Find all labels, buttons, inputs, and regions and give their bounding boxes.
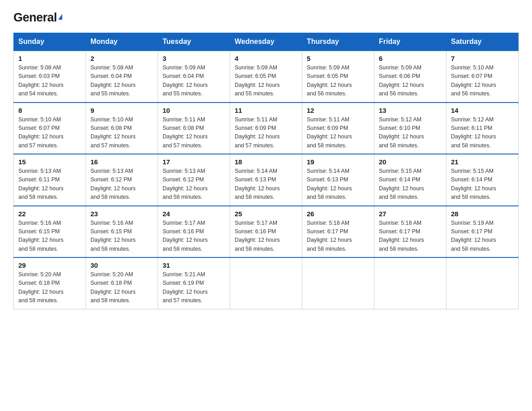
column-header-saturday: Saturday [446,33,519,51]
calendar-cell: 21 Sunrise: 5:15 AMSunset: 6:14 PMDaylig… [446,154,519,206]
column-header-sunday: Sunday [14,33,86,51]
calendar-cell: 27 Sunrise: 5:18 AMSunset: 6:17 PMDaylig… [374,206,446,258]
calendar-cell: 22 Sunrise: 5:16 AMSunset: 6:15 PMDaylig… [14,206,86,258]
calendar-cell: 2 Sunrise: 5:08 AMSunset: 6:04 PMDayligh… [86,51,158,103]
day-number: 4 [235,55,297,62]
calendar-cell: 26 Sunrise: 5:18 AMSunset: 6:17 PMDaylig… [302,206,374,258]
day-number: 22 [18,210,81,218]
day-info: Sunrise: 5:14 AMSunset: 6:13 PMDaylight:… [307,168,352,200]
day-number: 23 [90,210,153,218]
calendar-cell: 4 Sunrise: 5:09 AMSunset: 6:05 PMDayligh… [230,51,302,103]
calendar-cell: 12 Sunrise: 5:11 AMSunset: 6:09 PMDaylig… [302,103,374,154]
calendar-cell [446,257,519,309]
day-number: 14 [451,107,514,114]
day-number: 18 [235,158,297,166]
day-info: Sunrise: 5:10 AMSunset: 6:07 PMDaylight:… [18,116,64,149]
day-info: Sunrise: 5:12 AMSunset: 6:11 PMDaylight:… [451,116,496,149]
calendar-cell: 16 Sunrise: 5:13 AMSunset: 6:12 PMDaylig… [86,154,158,206]
calendar-cell [230,257,302,309]
day-number: 16 [90,158,153,166]
calendar-cell: 5 Sunrise: 5:09 AMSunset: 6:05 PMDayligh… [302,51,374,103]
day-number: 19 [307,158,369,166]
calendar-cell: 25 Sunrise: 5:17 AMSunset: 6:16 PMDaylig… [230,206,302,258]
day-info: Sunrise: 5:11 AMSunset: 6:08 PMDaylight:… [163,116,208,149]
column-header-friday: Friday [374,33,446,51]
calendar-cell: 29 Sunrise: 5:20 AMSunset: 6:18 PMDaylig… [14,257,86,309]
day-info: Sunrise: 5:20 AMSunset: 6:18 PMDaylight:… [18,271,64,304]
day-number: 2 [90,55,153,62]
calendar-cell: 17 Sunrise: 5:13 AMSunset: 6:12 PMDaylig… [158,154,230,206]
calendar-cell: 13 Sunrise: 5:12 AMSunset: 6:10 PMDaylig… [374,103,446,154]
day-info: Sunrise: 5:08 AMSunset: 6:04 PMDaylight:… [90,64,136,97]
column-header-tuesday: Tuesday [158,33,230,51]
calendar-cell: 18 Sunrise: 5:14 AMSunset: 6:13 PMDaylig… [230,154,302,206]
column-header-wednesday: Wednesday [230,33,302,51]
day-info: Sunrise: 5:20 AMSunset: 6:18 PMDaylight:… [90,271,136,304]
calendar-table: SundayMondayTuesdayWednesdayThursdayFrid… [13,33,519,309]
day-number: 25 [235,210,297,218]
day-info: Sunrise: 5:16 AMSunset: 6:15 PMDaylight:… [90,220,136,252]
day-info: Sunrise: 5:11 AMSunset: 6:09 PMDaylight:… [235,116,280,149]
day-number: 7 [451,55,514,62]
calendar-cell: 28 Sunrise: 5:19 AMSunset: 6:17 PMDaylig… [446,206,519,258]
logo-general-text: General [13,11,62,25]
calendar-cell: 19 Sunrise: 5:14 AMSunset: 6:13 PMDaylig… [302,154,374,206]
day-info: Sunrise: 5:16 AMSunset: 6:15 PMDaylight:… [18,220,64,252]
day-number: 30 [90,261,153,269]
calendar-cell: 11 Sunrise: 5:11 AMSunset: 6:09 PMDaylig… [230,103,302,154]
day-info: Sunrise: 5:11 AMSunset: 6:09 PMDaylight:… [307,116,352,149]
day-info: Sunrise: 5:09 AMSunset: 6:06 PMDaylight:… [379,64,424,97]
calendar-cell [374,257,446,309]
day-info: Sunrise: 5:18 AMSunset: 6:17 PMDaylight:… [379,220,424,252]
day-number: 5 [307,55,369,62]
logo: General [13,11,62,25]
day-number: 17 [163,158,225,166]
day-info: Sunrise: 5:19 AMSunset: 6:17 PMDaylight:… [451,220,496,252]
calendar-cell: 14 Sunrise: 5:12 AMSunset: 6:11 PMDaylig… [446,103,519,154]
day-info: Sunrise: 5:21 AMSunset: 6:19 PMDaylight:… [163,271,208,304]
calendar-cell: 15 Sunrise: 5:13 AMSunset: 6:11 PMDaylig… [14,154,86,206]
day-number: 21 [451,158,514,166]
day-number: 24 [163,210,225,218]
day-info: Sunrise: 5:14 AMSunset: 6:13 PMDaylight:… [235,168,280,200]
day-info: Sunrise: 5:15 AMSunset: 6:14 PMDaylight:… [451,168,496,200]
calendar-cell: 20 Sunrise: 5:15 AMSunset: 6:14 PMDaylig… [374,154,446,206]
logo-triangle-icon [58,14,62,20]
day-info: Sunrise: 5:13 AMSunset: 6:12 PMDaylight:… [163,168,208,200]
column-header-thursday: Thursday [302,33,374,51]
day-info: Sunrise: 5:17 AMSunset: 6:16 PMDaylight:… [235,220,280,252]
calendar-week-row: 1 Sunrise: 5:08 AMSunset: 6:03 PMDayligh… [14,51,519,103]
day-info: Sunrise: 5:09 AMSunset: 6:04 PMDaylight:… [163,64,208,97]
day-number: 20 [379,158,442,166]
day-number: 31 [163,261,225,269]
day-number: 3 [163,55,225,62]
day-info: Sunrise: 5:13 AMSunset: 6:12 PMDaylight:… [90,168,136,200]
calendar-week-row: 29 Sunrise: 5:20 AMSunset: 6:18 PMDaylig… [14,257,519,309]
day-number: 1 [18,55,81,62]
calendar-cell: 1 Sunrise: 5:08 AMSunset: 6:03 PMDayligh… [14,51,86,103]
day-number: 11 [235,107,297,114]
calendar-cell: 23 Sunrise: 5:16 AMSunset: 6:15 PMDaylig… [86,206,158,258]
day-number: 28 [451,210,514,218]
day-number: 29 [18,261,81,269]
day-info: Sunrise: 5:10 AMSunset: 6:07 PMDaylight:… [451,64,496,97]
calendar-cell: 7 Sunrise: 5:10 AMSunset: 6:07 PMDayligh… [446,51,519,103]
day-number: 15 [18,158,81,166]
day-info: Sunrise: 5:09 AMSunset: 6:05 PMDaylight:… [307,64,352,97]
calendar-cell: 31 Sunrise: 5:21 AMSunset: 6:19 PMDaylig… [158,257,230,309]
page-header: General [13,11,519,25]
calendar-cell: 10 Sunrise: 5:11 AMSunset: 6:08 PMDaylig… [158,103,230,154]
column-header-monday: Monday [86,33,158,51]
calendar-cell: 3 Sunrise: 5:09 AMSunset: 6:04 PMDayligh… [158,51,230,103]
calendar-week-row: 8 Sunrise: 5:10 AMSunset: 6:07 PMDayligh… [14,103,519,154]
calendar-header-row: SundayMondayTuesdayWednesdayThursdayFrid… [14,33,519,51]
day-number: 27 [379,210,442,218]
day-info: Sunrise: 5:13 AMSunset: 6:11 PMDaylight:… [18,168,64,200]
day-number: 6 [379,55,442,62]
day-number: 10 [163,107,225,114]
day-number: 26 [307,210,369,218]
calendar-cell: 30 Sunrise: 5:20 AMSunset: 6:18 PMDaylig… [86,257,158,309]
day-info: Sunrise: 5:08 AMSunset: 6:03 PMDaylight:… [18,64,64,97]
day-info: Sunrise: 5:12 AMSunset: 6:10 PMDaylight:… [379,116,424,149]
day-number: 9 [90,107,153,114]
